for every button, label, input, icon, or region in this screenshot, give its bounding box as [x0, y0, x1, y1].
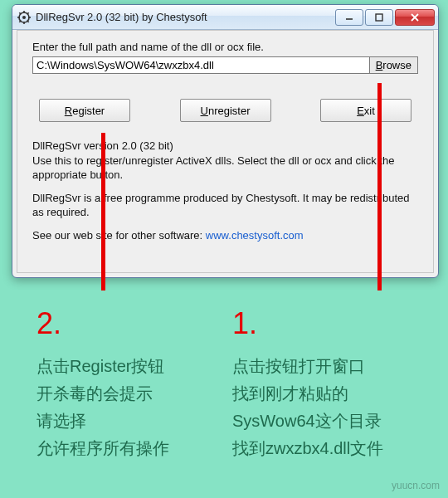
annotation-step1: 1. 点击按钮打开窗口 找到刚才粘贴的 SysWow64这个目录 找到zwxzb…: [232, 299, 440, 462]
register-button[interactable]: Register: [39, 99, 130, 122]
window-title: DllRegSvr 2.0 (32 bit) by Chestysoft: [36, 11, 335, 23]
step1-number: 1.: [232, 299, 440, 348]
client-area: Enter the full path and name of the dll …: [17, 30, 434, 273]
close-button[interactable]: [395, 9, 435, 26]
info-seeweb: See our web site for other software:: [32, 229, 206, 242]
path-input[interactable]: [32, 56, 370, 74]
step2-line1: 点击Register按钮: [37, 353, 227, 380]
step2-number: 2.: [37, 299, 227, 348]
unregister-button[interactable]: Unregister: [180, 99, 271, 122]
step2-line4: 允许程序所有操作: [37, 435, 227, 462]
svg-point-9: [22, 16, 26, 19]
browse-button[interactable]: BBrowserowse: [370, 56, 418, 74]
path-row: BBrowserowse: [32, 56, 418, 74]
annotation-step2: 2. 点击Register按钮 开杀毒的会提示 请选择 允许程序所有操作: [37, 299, 227, 462]
window-controls: [335, 9, 435, 26]
svg-rect-11: [376, 14, 382, 21]
minimize-button[interactable]: [335, 9, 363, 26]
app-window: DllRegSvr 2.0 (32 bit) by Chestysoft Ent…: [12, 4, 439, 278]
info-text: DllRegSvr version 2.0 (32 bit) Use this …: [32, 139, 418, 242]
step1-line2: 找到刚才粘贴的: [232, 380, 440, 408]
info-usage: Use this to register/unregister ActiveX …: [32, 154, 394, 182]
instruction-label: Enter the full path and name of the dll …: [32, 41, 418, 53]
step2-line2: 开杀毒的会提示: [37, 380, 227, 408]
annotation-line-register: [101, 133, 105, 290]
step1-line4: 找到zwxzbx4.dll文件: [232, 435, 440, 462]
exit-button[interactable]: Exit: [320, 99, 411, 122]
website-link[interactable]: www.chestysoft.com: [206, 229, 304, 242]
watermark: yuucn.com: [392, 480, 440, 491]
step1-line1: 点击按钮打开窗口: [232, 353, 440, 380]
step2-line3: 请选择: [37, 408, 227, 435]
annotation-line-browse: [377, 83, 382, 290]
maximize-button[interactable]: [365, 9, 393, 26]
titlebar[interactable]: DllRegSvr 2.0 (32 bit) by Chestysoft: [12, 5, 438, 30]
info-free: DllRegSvr is a free programme produced b…: [32, 191, 418, 220]
step1-line3: SysWow64这个目录: [232, 408, 440, 435]
button-row: Register Unregister Exit: [32, 99, 418, 122]
app-icon: [17, 11, 31, 24]
